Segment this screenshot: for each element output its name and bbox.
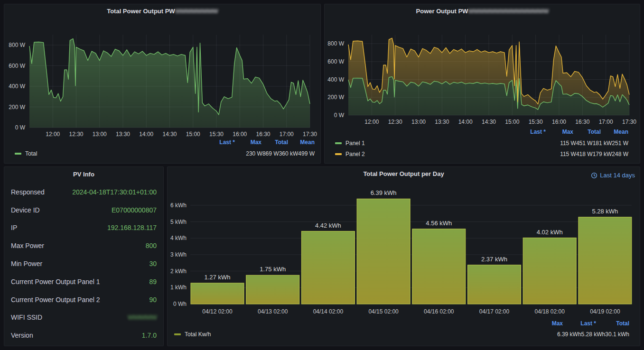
pv-value: 89 (149, 278, 157, 286)
stat-value-mean: 248 W (612, 151, 628, 157)
stat-header-mean[interactable]: Mean (601, 129, 628, 135)
power-output-stacked-chart[interactable]: 12:0012:3013:0013:3014:0014:3015:0015:30… (325, 17, 640, 129)
panel-power-output: Power Output PWWWWWWWWWWWWWWWW 12:0012:3… (324, 4, 640, 164)
time-range-control[interactable]: Last 14 days (591, 172, 635, 179)
total-power-timeseries-chart[interactable]: 12:0012:3013:0013:3014:0014:3015:0015:30… (4, 17, 321, 139)
pv-row-responsed: Responsed2024-04-18T17:30:01+01:00 (11, 183, 157, 201)
panel-title-redacted: WWWWWWWW (175, 8, 218, 15)
stat-header-last[interactable]: Last * (208, 139, 235, 146)
svg-text:12:00: 12:00 (46, 131, 60, 138)
svg-text:13:30: 13:30 (435, 119, 449, 125)
stat-value-last: 5.28 kWh (581, 331, 606, 338)
pv-value: 2024-04-18T17:30:01+01:00 (72, 188, 157, 196)
svg-text:13:30: 13:30 (116, 131, 130, 138)
svg-text:6.39 kWh: 6.39 kWh (371, 189, 397, 196)
stats-header-row: Last * Max Total Mean (4, 138, 320, 147)
pv-row-device-id: Device IDE07000000807 (11, 201, 157, 219)
stat-header-total[interactable]: Total (596, 320, 629, 327)
pv-label: Current Power Output Panel 1 (11, 278, 100, 286)
panel-title-pv-info[interactable]: PV Info (4, 171, 163, 178)
svg-text:16:30: 16:30 (256, 131, 270, 138)
svg-text:04/12 02:00: 04/12 02:00 (202, 308, 233, 315)
svg-text:14:30: 14:30 (162, 131, 177, 138)
svg-text:04/19 02:00: 04/19 02:00 (590, 308, 620, 315)
stat-header-total[interactable]: Total (261, 139, 288, 146)
series-label-panel2[interactable]: Panel 2 (345, 151, 365, 157)
panel-title-text: Total Power Output per Day (363, 170, 444, 177)
legend-row-panel1: Panel 1 115 W 451 W 181 kW 251 W (325, 138, 640, 148)
series-marker-total-kwh (174, 333, 181, 335)
pv-label: Max Power (11, 242, 44, 249)
stat-header-max[interactable]: Max (235, 139, 261, 146)
svg-text:04/16 02:00: 04/16 02:00 (424, 308, 454, 315)
svg-text:04/18 02:00: 04/18 02:00 (534, 308, 565, 315)
stat-value-max: 451 W (576, 140, 593, 147)
pv-value: 30 (149, 260, 157, 267)
svg-text:6 kWh: 6 kWh (170, 202, 187, 209)
stat-header-total[interactable]: Total (573, 129, 601, 135)
pv-row-current-panel1: Current Power Output Panel 189 (11, 273, 157, 291)
svg-text:16:00: 16:00 (233, 131, 247, 138)
panel-title-total-power[interactable]: Total Power Output PWWWWWWWWW (4, 7, 320, 16)
svg-text:14:00: 14:00 (458, 119, 473, 125)
svg-text:4.02 kWh: 4.02 kWh (537, 229, 563, 236)
stat-header-last[interactable]: Last * (563, 320, 596, 327)
pv-label: Device ID (11, 206, 40, 214)
series-label-panel1[interactable]: Panel 1 (345, 140, 365, 147)
per-day-bar-chart[interactable]: 0 Wh1 kWh2 kWh3 kWh4 kWh5 kWh6 kWh1.27 k… (168, 179, 640, 329)
stat-value-mean: 251 W (612, 140, 628, 147)
legend-row-panel2: Panel 2 115 W 418 W 179 kW 248 W (325, 149, 640, 159)
stat-value-last: 115 W (560, 151, 576, 157)
panel-title-per-day[interactable]: Total Power Output per Day (168, 170, 640, 178)
svg-text:12:30: 12:30 (388, 119, 402, 125)
series-label-total-kwh[interactable]: Total Kw/h (185, 331, 211, 338)
svg-text:4 kWh: 4 kWh (170, 235, 187, 241)
stat-value-total: 360 kW (279, 150, 299, 157)
panel-title-power-output[interactable]: Power Output PWWWWWWWWWWWWWWWW (325, 7, 640, 16)
svg-text:16:30: 16:30 (575, 119, 589, 125)
svg-text:1.75 kWh: 1.75 kWh (260, 266, 286, 273)
stat-value-last: 230 W (246, 150, 262, 157)
legend-row-total-kwh: Total Kw/h 6.39 kWh 5.28 kWh 30.1 kWh (168, 329, 640, 340)
svg-text:4.56 kWh: 4.56 kWh (426, 220, 452, 227)
stat-value-max: 869 W (262, 150, 279, 157)
pv-label: Current Power Output Panel 2 (11, 296, 100, 304)
stat-header-mean[interactable]: Mean (288, 139, 315, 146)
svg-text:1.27 kWh: 1.27 kWh (205, 274, 231, 281)
stats-header-row: Last * Max Total Mean (325, 127, 640, 137)
pv-row-wifi-ssid: WIFI SSIDWWWWW (11, 309, 157, 327)
grafana-dashboard: Total Power Output PWWWWWWWWW 12:0012:30… (0, 0, 644, 350)
svg-text:200 W: 200 W (327, 94, 344, 101)
pv-info-table: Responsed2024-04-18T17:30:01+01:00 Devic… (11, 183, 157, 344)
svg-text:16:00: 16:00 (552, 119, 566, 125)
stat-header-max[interactable]: Max (546, 129, 573, 135)
svg-text:200 W: 200 W (9, 104, 25, 111)
clock-icon (591, 172, 597, 179)
panel-title-text: Power Output PW (416, 8, 468, 15)
pv-row-version: Version1.7.0 (11, 326, 157, 344)
stat-value-max: 6.39 kWh (557, 331, 581, 338)
svg-text:0 Wh: 0 Wh (173, 301, 187, 307)
pv-value: 800 (146, 242, 157, 249)
svg-text:15:30: 15:30 (209, 131, 224, 138)
svg-text:15:00: 15:00 (186, 131, 200, 138)
pv-row-max-power: Max Power800 (11, 237, 157, 255)
svg-text:600 W: 600 W (327, 58, 344, 65)
svg-text:12:00: 12:00 (364, 119, 379, 125)
stat-header-last[interactable]: Last * (518, 129, 546, 135)
svg-text:17:30: 17:30 (622, 119, 636, 125)
legend-row-total: Total 230 W 869 W 360 kW 499 W (4, 148, 320, 159)
series-label-total[interactable]: Total (25, 150, 37, 157)
series-marker-panel2 (335, 153, 342, 155)
pv-value: E07000000807 (112, 206, 157, 214)
svg-text:5.28 kWh: 5.28 kWh (592, 208, 618, 215)
svg-text:1 kWh: 1 kWh (170, 284, 187, 291)
svg-text:13:00: 13:00 (93, 131, 107, 138)
svg-text:0 W: 0 W (15, 124, 26, 131)
stat-value-total: 179 kW (593, 151, 612, 157)
svg-text:14:00: 14:00 (139, 131, 153, 138)
svg-text:5 kWh: 5 kWh (170, 219, 187, 225)
stat-header-max[interactable]: Max (530, 320, 563, 327)
svg-text:15:30: 15:30 (529, 119, 543, 125)
pv-row-min-power: Min Power30 (11, 255, 157, 273)
